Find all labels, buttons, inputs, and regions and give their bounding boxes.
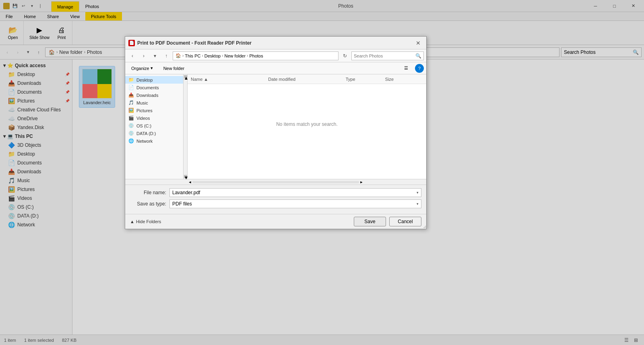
dialog-footer: ▲ Hide Folders Save Cancel xyxy=(125,214,426,229)
dialog-sidebar: 📁 Desktop 📄 Documents 📥 Downloads 🎵 Musi… xyxy=(125,74,184,179)
dialog-path-photos[interactable]: Photos xyxy=(249,53,263,58)
file-name-row: File name: Lavander.pdf ▾ xyxy=(130,188,421,197)
cancel-button[interactable]: Cancel xyxy=(389,217,421,226)
dialog-sidebar-item-desktop[interactable]: 📁 Desktop xyxy=(125,76,183,84)
dialog-music-label: Music xyxy=(136,101,148,105)
dialog-close-button[interactable]: ✕ xyxy=(413,38,423,48)
organize-dropdown-icon: ▾ xyxy=(151,66,153,71)
dialog-table-header: Name ▲ Date modified Type Size xyxy=(188,74,426,84)
dialog-help-button[interactable]: ? xyxy=(415,64,424,73)
dialog-network-icon: 🌐 xyxy=(128,138,134,144)
resize-handle[interactable]: ⊿ xyxy=(421,224,426,229)
save-as-type-value: PDF files xyxy=(172,201,415,207)
dialog-sidebar-item-pictures[interactable]: 🖼️ Pictures xyxy=(125,107,183,114)
dialog-sidebar-item-videos[interactable]: 🎬 Videos xyxy=(125,114,183,122)
dialog-toolbar: Organize ▾ New folder ☰ ? xyxy=(125,62,426,74)
dialog-downloads-label: Downloads xyxy=(136,93,158,98)
dialog-title-text: Print to PDF Document - Foxit Reader PDF… xyxy=(137,40,411,46)
dialog-new-folder-button[interactable]: New folder xyxy=(160,64,188,73)
dialog-search-icon: 🔍 xyxy=(415,53,421,59)
view-icon: ☰ xyxy=(404,66,408,71)
save-as-type-row: Save as type: PDF files ▾ xyxy=(130,199,421,208)
dialog-path-icon: 🏠 xyxy=(175,53,181,58)
dialog-view-options-button[interactable]: ☰ xyxy=(400,64,412,73)
hscroll-right-arrow[interactable]: ► xyxy=(359,180,364,185)
dialog-sidebar-item-documents[interactable]: 📄 Documents xyxy=(125,84,183,91)
sort-icon: ▲ xyxy=(204,77,208,82)
col-header-name[interactable]: Name ▲ xyxy=(191,77,266,82)
hide-folders-toggle[interactable]: ▲ Hide Folders xyxy=(130,219,161,224)
dialog-os-c-label: OS (C:) xyxy=(136,123,151,128)
dialog-search-input[interactable] xyxy=(354,53,414,58)
dialog-desktop-icon: 📁 xyxy=(128,77,134,82)
dialog-sidebar-item-downloads[interactable]: 📥 Downloads xyxy=(125,91,183,99)
dialog-videos-icon: 🎬 xyxy=(128,115,134,121)
save-as-type-label: Save as type: xyxy=(130,201,166,207)
dialog-forward-button[interactable]: › xyxy=(139,51,149,61)
dialog-refresh-button[interactable]: ↻ xyxy=(340,51,350,61)
dialog-file-area: Name ▲ Date modified Type Size No items … xyxy=(188,74,426,179)
col-name-label: Name xyxy=(191,77,202,82)
new-folder-label: New folder xyxy=(163,66,185,71)
dialog-search-box[interactable]: 🔍 xyxy=(351,51,424,60)
col-header-date[interactable]: Date modified xyxy=(268,77,344,82)
col-type-label: Type xyxy=(346,77,355,82)
col-header-type[interactable]: Type xyxy=(346,77,384,82)
dialog-path-desktop[interactable]: Desktop xyxy=(204,53,221,58)
scroll-up-arrow[interactable]: ▲ xyxy=(184,75,187,78)
sidebar-scrollbar[interactable]: ▲ ▼ xyxy=(184,74,188,179)
dialog-os-c-icon: 💿 xyxy=(128,123,134,128)
dialog-path-new-folder[interactable]: New folder xyxy=(225,53,246,58)
hscroll-track[interactable] xyxy=(192,181,359,183)
file-name-label: File name: xyxy=(130,190,166,195)
dialog-recent-button[interactable]: ▾ xyxy=(150,51,160,61)
dialog-hscrollbar[interactable]: ◄ ► xyxy=(125,179,426,185)
dialog-documents-label: Documents xyxy=(136,85,159,90)
dialog-content: 📁 Desktop 📄 Documents 📥 Downloads 🎵 Musi… xyxy=(125,74,426,179)
dialog-sidebar-item-network[interactable]: 🌐 Network xyxy=(125,137,183,145)
dialog-pictures-icon: 🖼️ xyxy=(128,108,134,113)
save-button[interactable]: Save xyxy=(354,217,386,226)
dialog-pictures-label: Pictures xyxy=(136,108,153,113)
dialog-sidebar-item-music[interactable]: 🎵 Music xyxy=(125,99,183,107)
scroll-down-arrow[interactable]: ▼ xyxy=(184,175,187,178)
dialog-organize-button[interactable]: Organize ▾ xyxy=(128,64,157,73)
organize-label: Organize xyxy=(131,66,149,71)
dialog-overlay: 📄 Print to PDF Document - Foxit Reader P… xyxy=(0,0,644,345)
dialog-videos-label: Videos xyxy=(136,116,150,121)
file-name-value: Lavander.pdf xyxy=(172,190,415,195)
file-name-dropdown-arrow[interactable]: ▾ xyxy=(417,191,419,195)
dialog-up-button[interactable]: ↑ xyxy=(161,51,171,61)
dialog-title-bar: 📄 Print to PDF Document - Foxit Reader P… xyxy=(125,37,426,49)
dialog-documents-icon: 📄 xyxy=(128,85,134,90)
file-name-input[interactable]: Lavander.pdf ▾ xyxy=(169,188,421,197)
dialog-back-button[interactable]: ‹ xyxy=(128,51,137,61)
dialog-empty-message: No items match your search. xyxy=(188,84,426,164)
dialog-data-d-icon: 💿 xyxy=(128,131,134,136)
hide-folders-arrow: ▲ xyxy=(130,219,134,224)
dialog-app-icon: 📄 xyxy=(128,40,135,46)
save-type-dropdown-arrow[interactable]: ▾ xyxy=(417,202,419,206)
dialog-action-buttons: Save Cancel xyxy=(354,217,421,226)
dialog-sidebar-item-data-d[interactable]: 💿 DATA (D:) xyxy=(125,129,183,137)
dialog-bottom: File name: Lavander.pdf ▾ Save as type: … xyxy=(125,185,426,214)
help-icon: ? xyxy=(418,66,421,71)
hide-folders-label: Hide Folders xyxy=(136,219,161,224)
dialog-address-path[interactable]: 🏠 › This PC › Desktop › New folder › Pho… xyxy=(173,51,339,60)
dialog-music-icon: 🎵 xyxy=(128,100,134,105)
col-size-label: Size xyxy=(385,77,394,82)
dialog-path-this-pc[interactable]: This PC xyxy=(185,53,200,58)
save-as-type-select[interactable]: PDF files ▾ xyxy=(169,199,421,208)
save-dialog: 📄 Print to PDF Document - Foxit Reader P… xyxy=(125,36,427,229)
col-date-label: Date modified xyxy=(268,77,295,82)
col-header-size[interactable]: Size xyxy=(385,77,423,82)
dialog-data-d-label: DATA (D:) xyxy=(136,131,156,136)
dialog-sidebar-item-os-c[interactable]: 💿 OS (C:) xyxy=(125,122,183,129)
dialog-network-label: Network xyxy=(136,139,153,144)
dialog-desktop-label: Desktop xyxy=(136,78,153,82)
dialog-downloads-icon: 📥 xyxy=(128,92,134,98)
dialog-address-bar: ‹ › ▾ ↑ 🏠 › This PC › Desktop › New fold… xyxy=(125,49,426,62)
